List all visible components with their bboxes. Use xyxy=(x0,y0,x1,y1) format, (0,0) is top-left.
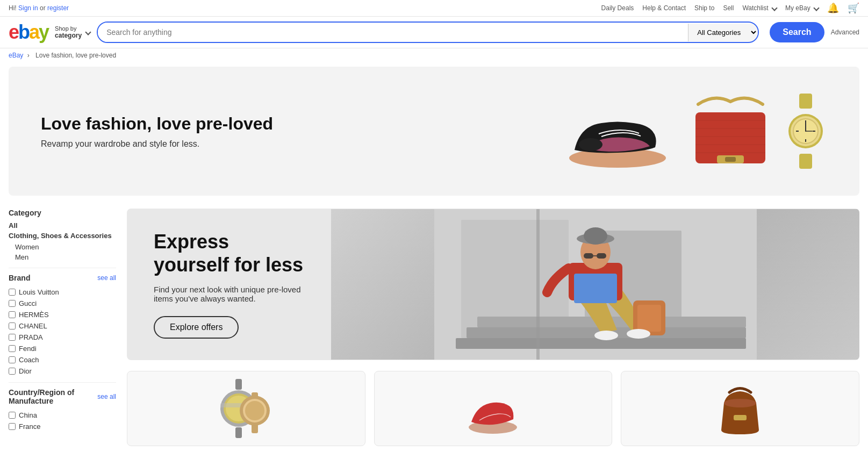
brand-label-coach: Coach xyxy=(19,356,39,364)
shop-by-category[interactable]: Shop by category xyxy=(55,25,90,39)
product-image-1 xyxy=(214,376,278,441)
search-button[interactable]: Search xyxy=(770,22,824,42)
men-category[interactable]: Men xyxy=(9,252,116,262)
brand-checkbox-gucci[interactable] xyxy=(9,300,16,307)
logo-y: y xyxy=(39,21,48,43)
brand-label-chanel: CHANEL xyxy=(19,322,47,330)
express-banner: Express yourself for less Find your next… xyxy=(127,209,859,360)
clothing-section[interactable]: Clothing, Shoes & Accessories xyxy=(9,232,116,240)
brand-item-prada[interactable]: PRADA xyxy=(9,332,116,343)
sidebar-divider-2 xyxy=(9,382,116,383)
watch-svg xyxy=(784,94,827,169)
watchlist-label: Watchlist xyxy=(742,4,768,12)
brand-item-louis-vuitton[interactable]: Louis Vuitton xyxy=(9,286,116,298)
brand-item-gucci[interactable]: Gucci xyxy=(9,298,116,309)
cart-icon[interactable]: 🛒 xyxy=(848,2,859,14)
brand-item-chanel[interactable]: CHANEL xyxy=(9,320,116,332)
sell-link[interactable]: Sell xyxy=(723,4,734,12)
shop-by-chevron-icon xyxy=(85,29,91,35)
bag-image xyxy=(687,88,773,174)
svg-rect-43 xyxy=(235,427,242,438)
main-content: Category All Clothing, Shoes & Accessori… xyxy=(0,200,868,455)
brand-item-coach[interactable]: Coach xyxy=(9,354,116,366)
category-select[interactable]: All Categories xyxy=(688,24,758,41)
svg-rect-19 xyxy=(796,131,799,132)
svg-point-37 xyxy=(627,329,650,339)
svg-rect-29 xyxy=(574,274,617,303)
brand-label: Brand xyxy=(9,274,30,282)
product-image-3 xyxy=(708,376,772,441)
brand-checkbox-hermes[interactable] xyxy=(9,311,16,318)
product-image-2 xyxy=(461,376,525,441)
country-see-all[interactable]: see all xyxy=(97,393,116,400)
hero-text: Love fashion, love pre-loved Revamp your… xyxy=(41,114,273,149)
country-checkbox-france[interactable] xyxy=(9,423,16,430)
brand-checkbox-fendi[interactable] xyxy=(9,345,16,352)
search-input[interactable] xyxy=(98,23,688,42)
svg-rect-9 xyxy=(725,157,736,162)
signin-link[interactable]: Sign in xyxy=(18,4,38,12)
express-subtitle: Find your next look with unique pre-love… xyxy=(154,285,304,303)
logo-text: ebay xyxy=(9,21,48,44)
brand-label-prada: PRADA xyxy=(19,333,43,341)
brand-label-louis-vuitton: Louis Vuitton xyxy=(19,288,59,296)
sidebar: Category All Clothing, Shoes & Accessori… xyxy=(9,209,116,446)
my-ebay-label: My eBay xyxy=(785,4,810,12)
product-card-3[interactable] xyxy=(621,371,859,446)
express-text: Express yourself for less Find your next… xyxy=(127,209,331,360)
sneaker-svg xyxy=(558,94,677,169)
my-ebay-link[interactable]: My eBay xyxy=(785,4,819,12)
hero-banner: Love fashion, love pre-loved Revamp your… xyxy=(9,67,859,196)
breadcrumb: eBay › Love fashion, love pre-loved xyxy=(0,48,868,62)
country-item-china[interactable]: China xyxy=(9,410,116,421)
explore-offers-button[interactable]: Explore offers xyxy=(154,316,239,339)
brand-label-hermes: HERMÈS xyxy=(19,311,49,319)
country-header: Country/Region of Manufacture see all xyxy=(9,388,116,405)
daily-deals-link[interactable]: Daily Deals xyxy=(601,4,634,12)
express-person-svg xyxy=(434,209,757,360)
product-grid xyxy=(127,371,859,446)
brand-checkbox-coach[interactable] xyxy=(9,356,16,363)
svg-rect-17 xyxy=(805,139,806,142)
notification-bell-icon[interactable]: 🔔 xyxy=(827,2,839,14)
brand-checkbox-dior[interactable] xyxy=(9,368,16,375)
breadcrumb-home[interactable]: eBay xyxy=(9,52,23,59)
country-checkbox-china[interactable] xyxy=(9,412,16,419)
brand-checkbox-prada[interactable] xyxy=(9,334,16,341)
svg-rect-39 xyxy=(597,253,606,259)
category-heading: Category xyxy=(9,209,116,217)
brand-checkbox-louis-vuitton[interactable] xyxy=(9,289,16,296)
logo-a: a xyxy=(29,21,39,43)
greeting-text: Hi! xyxy=(9,4,17,12)
svg-point-32 xyxy=(584,227,607,245)
brand-see-all[interactable]: see all xyxy=(97,274,116,282)
svg-point-36 xyxy=(594,331,618,340)
brand-checkbox-chanel[interactable] xyxy=(9,322,16,329)
product-card-1[interactable] xyxy=(127,371,365,446)
ship-to-text: Ship to xyxy=(694,4,714,12)
breadcrumb-separator: › xyxy=(27,52,30,59)
product-card-2[interactable] xyxy=(374,371,613,446)
brand-item-dior[interactable]: Dior xyxy=(9,366,116,377)
svg-rect-42 xyxy=(235,379,242,390)
hero-title: Love fashion, love pre-loved xyxy=(41,114,273,134)
watchlist-link[interactable]: Watchlist xyxy=(742,4,777,12)
svg-rect-38 xyxy=(584,253,593,259)
country-label-group: Country/Region of Manufacture xyxy=(9,388,74,405)
women-category[interactable]: Women xyxy=(9,242,116,252)
country-item-france[interactable]: France xyxy=(9,421,116,432)
top-bar-right: Daily Deals Help & Contact Ship to Sell … xyxy=(601,2,859,14)
register-link[interactable]: register xyxy=(47,4,69,12)
category-all[interactable]: All xyxy=(9,221,116,230)
brand-item-hermes[interactable]: HERMÈS xyxy=(9,309,116,320)
express-image xyxy=(331,209,859,360)
svg-rect-11 xyxy=(799,154,812,169)
logo[interactable]: ebay xyxy=(9,21,48,44)
svg-rect-41 xyxy=(536,209,540,360)
hero-images xyxy=(558,88,827,174)
watch-image xyxy=(784,94,827,169)
sneaker-image xyxy=(558,94,677,169)
advanced-link[interactable]: Advanced xyxy=(831,28,859,36)
brand-item-fendi[interactable]: Fendi xyxy=(9,343,116,354)
help-contact-link[interactable]: Help & Contact xyxy=(642,4,686,12)
